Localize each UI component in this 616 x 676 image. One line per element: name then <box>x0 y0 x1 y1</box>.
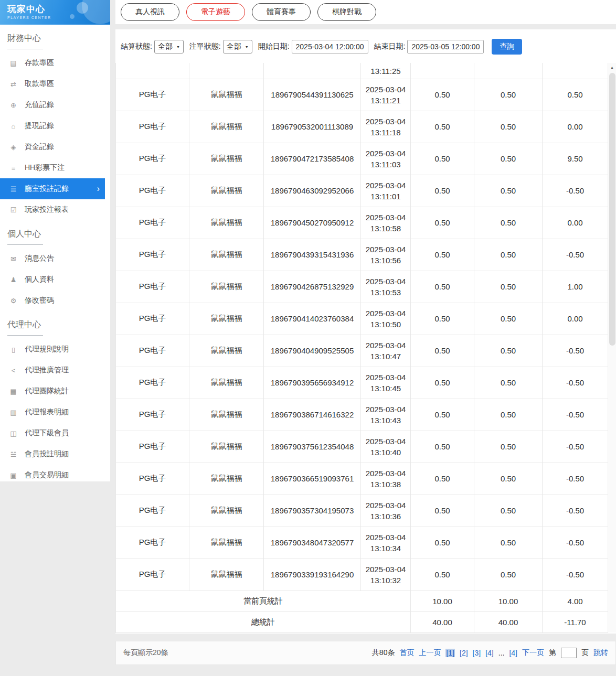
time-line: 13:10:40 <box>363 447 408 458</box>
table-row: PG电子鼠鼠福福18967904630929520662025-03-0413:… <box>116 175 608 207</box>
game-cell: 鼠鼠福福 <box>189 303 264 335</box>
section-title: 代理中心 <box>7 319 43 336</box>
chevron-right-icon: › <box>97 185 100 193</box>
sidebar-item[interactable]: ◫代理下級會員 <box>0 423 105 444</box>
bet-amount-cell: 0.50 <box>411 335 474 367</box>
date-line: 2025-03-04 <box>363 244 408 255</box>
date-line: 2025-03-04 <box>363 308 408 319</box>
bet-amount-cell: 0.50 <box>411 367 474 399</box>
table-scrollbar[interactable]: ▲ <box>608 63 616 632</box>
valid-bet-cell: 0.50 <box>474 431 543 463</box>
table-row: PG电子鼠鼠福福18967903480473205772025-03-0413:… <box>116 527 608 559</box>
sidebar-item[interactable]: ☱會員投註明細 <box>0 444 105 465</box>
total-bet-cell: 40.00 <box>411 611 474 632</box>
game-cell: 鼠鼠福福 <box>189 463 264 495</box>
sidebar-item[interactable]: ≡HH彩票下注 <box>0 157 105 178</box>
sidebar-item[interactable]: ◈資金記錄 <box>0 136 105 157</box>
query-button[interactable]: 查詢 <box>492 39 522 55</box>
members-icon: ◫ <box>9 430 18 437</box>
game-cell: 鼠鼠福福 <box>189 79 264 111</box>
category-tab[interactable]: 真人視訊 <box>121 3 179 21</box>
sidebar-item-label: 資金記錄 <box>25 142 54 152</box>
game-cell: 鼠鼠福福 <box>189 111 264 143</box>
table-row: PG电子鼠鼠福福18967903956569349122025-03-0413:… <box>116 367 608 399</box>
table-cell <box>474 63 543 79</box>
page-jump-input[interactable] <box>561 648 577 658</box>
order-status-select[interactable]: 全部 ▼ <box>223 40 252 53</box>
provider-cell: PG电子 <box>116 495 189 527</box>
sidebar: 玩家中心 PLAYERS CENTER 財務中心▤存款專區⇄取款專區⊕充值記錄⌂… <box>0 0 110 481</box>
end-date-input[interactable] <box>407 40 484 53</box>
sidebar-item[interactable]: ▣會員交易明細 <box>0 465 105 486</box>
order-id-cell: 1896790375612354048 <box>264 431 361 463</box>
bet-amount-cell: 0.50 <box>411 559 474 591</box>
page-link[interactable]: [4] <box>485 649 494 657</box>
win-loss-cell: -0.50 <box>543 527 608 559</box>
valid-bet-cell: 0.50 <box>474 111 543 143</box>
sidebar-item[interactable]: ▦代理團隊統計 <box>0 381 105 402</box>
sidebar-item[interactable]: ☑玩家投注報表 <box>0 199 105 220</box>
prev-page-link[interactable]: 上一页 <box>419 648 441 658</box>
sidebar-item[interactable]: ☰廳室投註記錄› <box>0 178 105 199</box>
sidebar-item[interactable]: ♟個人資料 <box>0 269 105 290</box>
first-page-link[interactable]: 首页 <box>399 648 414 658</box>
records-panel: 結算狀態: 全部 ▼ 注單狀態: 全部 ▼ 開始日期: 結束日期: 查詢 <box>115 29 616 634</box>
time-line: 13:10:47 <box>363 351 408 362</box>
table-cell <box>189 63 264 79</box>
report-detail-icon: ▥ <box>9 409 18 416</box>
sidebar-item[interactable]: ⌂提現記錄 <box>0 115 105 136</box>
scrollbar-thumb[interactable] <box>609 73 615 346</box>
sidebar-item[interactable]: ⚙修改密碼 <box>0 290 105 311</box>
time-line: 13:11:18 <box>363 127 408 138</box>
game-cell: 鼠鼠福福 <box>189 175 264 207</box>
sidebar-item[interactable]: ▥代理報表明細 <box>0 402 105 423</box>
provider-cell: PG电子 <box>116 303 189 335</box>
sidebar-item[interactable]: ▯代理規則說明 <box>0 339 105 360</box>
valid-bet-cell: 0.50 <box>474 495 543 527</box>
decor-circle <box>70 14 75 19</box>
settle-status-select[interactable]: 全部 ▼ <box>154 40 184 53</box>
game-cell: 鼠鼠福福 <box>189 495 264 527</box>
total-win-cell: -11.70 <box>543 611 608 632</box>
sidebar-item[interactable]: <代理推廣管理 <box>0 360 105 381</box>
game-cell: 鼠鼠福福 <box>189 207 264 239</box>
valid-bet-cell: 0.50 <box>474 527 543 559</box>
provider-cell: PG电子 <box>116 527 189 559</box>
table-row: PG电子鼠鼠福福18967903665190937612025-03-0413:… <box>116 463 608 495</box>
sidebar-item[interactable]: ⊕充值記錄 <box>0 94 105 115</box>
table-cell <box>116 63 189 79</box>
page-link[interactable]: [2] <box>460 649 468 657</box>
bet-amount-cell: 0.50 <box>411 399 474 431</box>
share-icon: < <box>9 367 18 374</box>
valid-bet-cell: 0.50 <box>474 335 543 367</box>
end-date-label: 結束日期: <box>374 42 406 51</box>
section-header: 個人中心 <box>7 229 110 245</box>
valid-bet-cell: 0.50 <box>474 271 543 303</box>
transaction-detail-icon: ▣ <box>9 471 18 479</box>
sidebar-item[interactable]: ✉消息公告 <box>0 248 105 269</box>
sidebar-item-label: 充值記錄 <box>25 100 54 110</box>
page-link[interactable]: [4] <box>509 649 517 657</box>
win-loss-cell: 0.00 <box>543 207 608 239</box>
datetime-cell: 2025-03-0413:10:53 <box>361 271 411 303</box>
scroll-up-arrow-icon[interactable]: ▲ <box>608 63 616 72</box>
date-line: 2025-03-04 <box>363 84 408 95</box>
datetime-cell: 2025-03-0413:10:34 <box>361 527 411 559</box>
bet-amount-cell: 0.50 <box>411 463 474 495</box>
bet-detail-icon: ☱ <box>9 450 18 458</box>
sidebar-item[interactable]: ▤存款專區 <box>0 52 105 73</box>
time-line: 13:10:38 <box>363 479 408 490</box>
sidebar-item[interactable]: ⇄取款專區 <box>0 73 105 94</box>
next-page-link[interactable]: 下一页 <box>522 648 544 658</box>
category-tab[interactable]: 體育賽事 <box>252 3 311 21</box>
start-date-input[interactable] <box>292 40 368 53</box>
valid-bet-cell: 0.50 <box>474 175 543 207</box>
category-tab[interactable]: 棋牌對戰 <box>317 3 376 21</box>
bet-amount-cell: 0.50 <box>411 175 474 207</box>
jump-link[interactable]: 跳转 <box>593 648 608 658</box>
page-link[interactable]: [3] <box>473 649 481 657</box>
category-tab[interactable]: 電子遊藝 <box>186 3 245 21</box>
win-loss-cell: -0.50 <box>543 239 608 271</box>
datetime-cell: 2025-03-0413:10:40 <box>361 431 411 463</box>
current-page[interactable]: [1] <box>445 649 455 657</box>
